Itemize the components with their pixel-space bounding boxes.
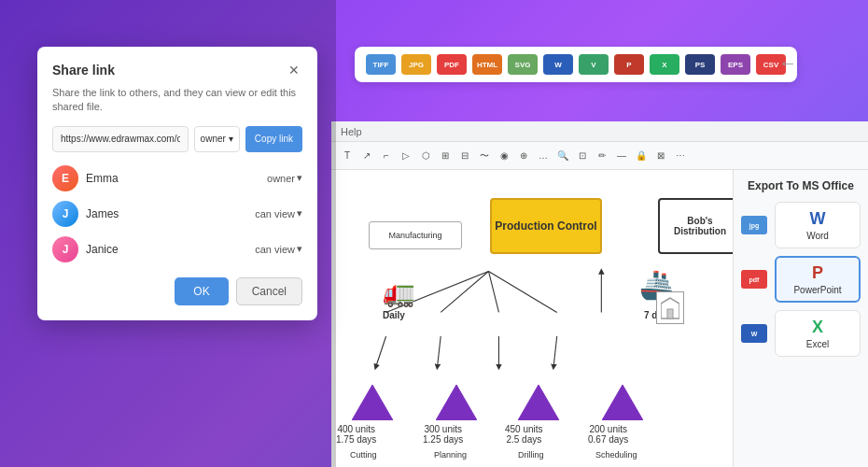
bobs-label: Bob's Distribution — [660, 216, 740, 236]
svg-marker-15 — [602, 385, 643, 420]
export-mini-badge-word: W — [741, 324, 767, 343]
bottom-label-4: Scheduling — [595, 450, 637, 460]
close-button[interactable]: ✕ — [286, 62, 302, 78]
svg-line-5 — [376, 336, 386, 367]
excel-icon: X — [812, 318, 823, 337]
permission-label-emma: owner — [267, 173, 295, 184]
toolbar-wave-icon[interactable]: 〜 — [476, 148, 493, 164]
chevron-down-icon: ▾ — [229, 134, 233, 144]
user-row-janice: J Janice can view ▾ — [52, 236, 302, 262]
unit-4-label: 200 units 0.67 days — [588, 424, 628, 445]
toolbar-dots-icon[interactable]: … — [535, 148, 552, 164]
format-eps[interactable]: EPS — [721, 54, 750, 75]
toolbar-more-icon[interactable]: ⋯ — [672, 148, 689, 164]
export-mini-badge-jpg: jpg — [741, 216, 767, 234]
export-word-button[interactable]: W Word — [775, 202, 861, 248]
truck-icon: 🚛 — [383, 277, 415, 308]
svg-marker-14 — [518, 385, 559, 420]
ok-button[interactable]: OK — [175, 277, 228, 305]
toolbar-line-icon[interactable]: — — [613, 148, 630, 164]
bottom-label-1: Cutting — [350, 450, 377, 460]
triangle-4 — [602, 385, 643, 424]
permission-select-james[interactable]: can view ▾ — [255, 207, 302, 219]
svg-line-3 — [488, 271, 498, 312]
toolbar-corner-icon[interactable]: ⌐ — [378, 148, 395, 164]
unit-3-label: 450 units 2.5 days — [505, 424, 543, 445]
user-row-emma: E Emma owner ▾ — [52, 165, 302, 191]
format-excel[interactable]: X — [650, 54, 679, 75]
word-icon: W — [810, 209, 826, 229]
avatar-james: J — [52, 201, 78, 227]
link-row: owner ▾ Copy link — [52, 126, 302, 152]
permission-select-emma[interactable]: owner ▾ — [267, 172, 302, 184]
chevron-down-icon-emma: ▾ — [297, 172, 302, 184]
svg-line-4 — [488, 271, 556, 312]
chevron-down-icon-james: ▾ — [297, 207, 302, 219]
share-link-dialog: Share link ✕ Share the link to others, a… — [37, 47, 317, 320]
toolbar-fill-icon[interactable]: ◉ — [496, 148, 512, 164]
export-powerpoint-button[interactable]: P PowerPoint — [775, 256, 861, 303]
export-mini-badge-pdf: pdf — [741, 270, 767, 289]
warehouse-box — [656, 291, 684, 324]
export-panel-title: Export To MS Office — [741, 179, 861, 192]
manufacturing-box: Manufacturing — [369, 221, 462, 249]
toolbar-link-icon[interactable]: ⊕ — [515, 148, 532, 164]
format-tiff[interactable]: TIFF — [366, 54, 396, 75]
toolbar-grid-icon[interactable]: ⊟ — [456, 148, 473, 164]
format-jpg[interactable]: JPG — [401, 54, 431, 75]
format-svg[interactable]: SVG — [508, 54, 538, 75]
dialog-title: Share link — [52, 63, 115, 78]
link-input[interactable] — [52, 126, 189, 152]
chevron-down-icon-janice: ▾ — [297, 243, 302, 255]
format-word[interactable]: W — [543, 54, 573, 75]
copy-link-button[interactable]: Copy link — [245, 126, 302, 152]
export-item-excel: W X Excel — [741, 310, 861, 357]
owner-select-label: owner — [201, 134, 226, 144]
avatar-janice: J — [52, 236, 78, 262]
unit-1-label: 400 units 1.75 days — [336, 424, 376, 445]
svg-line-8 — [553, 336, 557, 367]
svg-marker-13 — [436, 385, 477, 420]
toolbar-shape-icon[interactable]: ⬡ — [417, 148, 434, 164]
toolbar: T ↗ ⌐ ▷ ⬡ ⊞ ⊟ 〜 ◉ ⊕ … 🔍 ⊡ ✏ — 🔒 ⊠ ⋯ — [331, 142, 868, 170]
toolbar-zoom-icon[interactable]: 🔍 — [554, 148, 571, 164]
permission-label-james: can view — [255, 208, 295, 219]
format-html[interactable]: HTML — [472, 54, 502, 75]
toolbar-pen-icon[interactable]: ✏ — [594, 148, 610, 164]
toolbar-img-icon[interactable]: ⊡ — [574, 148, 591, 164]
format-ps[interactable]: PS — [685, 54, 715, 75]
toolbar-table-icon[interactable]: ⊞ — [437, 148, 454, 164]
triangle-1 — [352, 385, 393, 424]
export-excel-button[interactable]: X Excel — [775, 310, 861, 357]
dialog-footer: OK Cancel — [52, 277, 302, 305]
svg-marker-12 — [352, 385, 393, 420]
arrow-icon: ← — [778, 52, 797, 74]
bottom-label-2: Planning — [434, 450, 467, 460]
permission-select-janice[interactable]: can view ▾ — [255, 243, 302, 255]
owner-select[interactable]: owner ▾ — [194, 126, 240, 152]
toolbar-lock-icon[interactable]: 🔒 — [633, 148, 650, 164]
production-control-box: Production Control — [490, 198, 602, 254]
format-v[interactable]: V — [579, 54, 609, 75]
daily-label: Daily — [383, 310, 405, 320]
triangle-3 — [518, 385, 559, 424]
export-item-ppt: pdf P PowerPoint — [741, 256, 861, 303]
format-pdf[interactable]: PDF — [437, 54, 467, 75]
prod-control-label: Production Control — [495, 219, 596, 233]
toolbar-text-icon[interactable]: T — [339, 148, 356, 164]
excel-label: Excel — [806, 339, 829, 349]
svg-line-6 — [438, 336, 441, 367]
format-ppt[interactable]: P — [614, 54, 644, 75]
help-bar: Help — [331, 121, 868, 142]
user-name-james: James — [86, 207, 255, 220]
toolbar-crop-icon[interactable]: ⊠ — [652, 148, 669, 164]
export-panel: Export To MS Office jpg W Word pdf P Pow… — [733, 170, 868, 467]
cancel-button[interactable]: Cancel — [236, 277, 302, 305]
triangle-2 — [436, 385, 477, 424]
help-label: Help — [341, 126, 362, 137]
powerpoint-icon: P — [812, 263, 823, 283]
permission-label-janice: can view — [255, 244, 295, 255]
toolbar-select-icon[interactable]: ▷ — [398, 148, 414, 164]
bobs-distribution-box: Bob's Distribution — [658, 198, 742, 254]
toolbar-arrow-icon[interactable]: ↗ — [358, 148, 375, 164]
